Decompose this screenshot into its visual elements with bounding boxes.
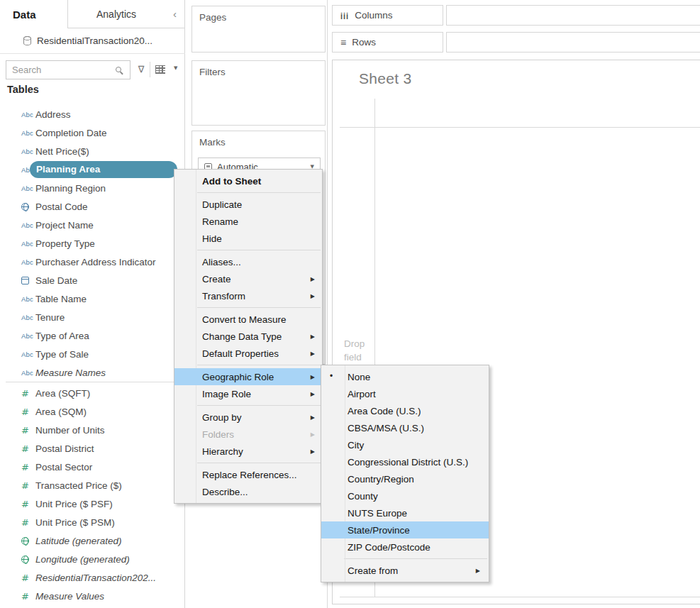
number-type-icon: # [21, 407, 29, 417]
submenu-item-none[interactable]: • None ▶ [321, 368, 489, 385]
datasource-row[interactable]: ResidentialTransaction20... [0, 28, 185, 54]
submenu-item-nuts-europe[interactable]: • NUTS Europe ▶ [321, 504, 489, 521]
submenu-item-area-code-u-s[interactable]: • Area Code (U.S.) ▶ [321, 402, 489, 419]
menu-item-transform[interactable]: • Transform ▶ [174, 287, 322, 304]
field-longitude-generated[interactable]: Longitude (generated) [0, 550, 185, 568]
chevron-down-icon[interactable]: ▼ [174, 65, 177, 71]
menu-item-label: Hide [202, 233, 222, 244]
field-number-of-units[interactable]: # Number of Units [0, 421, 185, 439]
field-type-of-area[interactable]: Abc Type of Area [0, 326, 185, 345]
field-latitude-generated[interactable]: Latitude (generated) [0, 531, 185, 550]
menu-item-add-to-sheet[interactable]: • Add to Sheet ▶ [174, 172, 322, 189]
filters-shelf[interactable]: Filters [191, 60, 326, 126]
submenu-item-congressional-district-u-s[interactable]: • Congressional District (U.S.) ▶ [321, 453, 489, 470]
submenu-arrow-icon: ▶ [311, 293, 315, 299]
menu-item-hierarchy[interactable]: • Hierarchy ▶ [174, 443, 322, 460]
menu-separator [344, 558, 487, 559]
field-measure-values[interactable]: # Measure Values [0, 587, 185, 605]
menu-item-rename[interactable]: • Rename ▶ [174, 213, 322, 230]
submenu-item-zip-code-postcode[interactable]: • ZIP Code/Postcode ▶ [321, 538, 489, 556]
tab-analytics[interactable]: Analytics [68, 0, 165, 28]
field-completion-date[interactable]: Abc Completion Date [0, 123, 185, 142]
field-postal-sector[interactable]: # Postal Sector [0, 458, 185, 476]
submenu-item-city[interactable]: • City ▶ [321, 436, 489, 453]
field-table-name[interactable]: Abc Table Name [0, 289, 185, 308]
tab-data[interactable]: Data [0, 0, 68, 28]
menu-item-label: Transform [202, 291, 245, 302]
field-postal-district[interactable]: # Postal District [0, 439, 185, 458]
submenu-item-create-from[interactable]: • Create from ▶ [321, 562, 489, 579]
text-type-icon: Abc [21, 314, 33, 321]
field-planning-region[interactable]: Abc Planning Region [0, 179, 185, 197]
submenu-item-cbsa-msa-u-s[interactable]: • CBSA/MSA (U.S.) ▶ [321, 419, 489, 436]
menu-item-convert-to-measure[interactable]: • Convert to Measure ▶ [174, 311, 322, 328]
menu-item-label: Create [202, 274, 231, 284]
selected-bullet-icon: • [330, 371, 333, 381]
field-label: Area (SQFT) [35, 388, 90, 399]
field-area-sqft[interactable]: # Area (SQFT) [0, 384, 185, 402]
menu-item-geographic-role[interactable]: • Geographic Role ▶ [174, 368, 322, 385]
submenu-arrow-icon: ▶ [311, 276, 315, 282]
menu-item-aliases[interactable]: • Aliases... ▶ [174, 253, 322, 270]
menu-item-describe[interactable]: • Describe... ▶ [174, 483, 322, 500]
menu-item-hide[interactable]: • Hide ▶ [174, 230, 322, 247]
search-row: ∇ ▼ [0, 60, 185, 81]
field-unit-price-psm[interactable]: # Unit Price ($ PSM) [0, 513, 185, 531]
field-unit-price-psf[interactable]: # Unit Price ($ PSF) [0, 494, 185, 513]
menu-item-label: Describe... [202, 487, 248, 497]
number-type-icon: # [21, 573, 29, 583]
menu-item-label: Add to Sheet [202, 176, 261, 187]
field-transacted-price[interactable]: # Transacted Price ($) [0, 476, 185, 494]
menu-item-change-data-type[interactable]: • Change Data Type ▶ [174, 328, 322, 345]
field-type-icon: Abc [21, 221, 35, 229]
menu-item-duplicate[interactable]: • Duplicate ▶ [174, 196, 322, 213]
menu-item-label: Area Code (U.S.) [348, 406, 421, 416]
field-address[interactable]: Abc Address [0, 105, 185, 123]
field-planning-area[interactable]: Abc Planning Area [0, 160, 185, 179]
field-label: Project Name [35, 220, 94, 231]
field-project-name[interactable]: Abc Project Name [0, 216, 185, 234]
tables-header: Tables [7, 84, 39, 95]
menu-item-label: City [348, 440, 364, 451]
field-tenure[interactable]: Abc Tenure [0, 308, 185, 326]
collapse-pane-icon[interactable]: ‹ [165, 0, 185, 28]
submenu-arrow-icon: ▶ [311, 333, 315, 340]
globe-icon [21, 556, 29, 563]
field-measure-names[interactable]: Abc Measure Names [0, 363, 185, 382]
rows-shelf-label: ≡ Rows [332, 32, 443, 52]
menu-item-default-properties[interactable]: • Default Properties ▶ [174, 345, 322, 362]
submenu-arrow-icon: ▶ [311, 431, 315, 438]
menu-item-create[interactable]: • Create ▶ [174, 270, 322, 287]
field-context-menu: • Add to Sheet ▶ • Duplicate ▶ • Rename … [174, 169, 323, 504]
menu-item-group-by[interactable]: • Group by ▶ [174, 409, 322, 426]
sheet-title: Sheet 3 [359, 70, 412, 87]
menu-item-image-role[interactable]: • Image Role ▶ [174, 385, 322, 402]
submenu-item-country-region[interactable]: • Country/Region ▶ [321, 470, 489, 487]
text-type-icon: Abc [21, 369, 33, 377]
filter-icon[interactable]: ∇ [135, 64, 147, 74]
columns-shelf-drop-area[interactable] [446, 5, 700, 26]
number-type-icon: # [21, 388, 29, 399]
menu-item-replace-references[interactable]: • Replace References... ▶ [174, 466, 322, 483]
field-purchaser-address-indicator[interactable]: Abc Purchaser Address Indicator [0, 253, 185, 271]
field-nett-price[interactable]: Abc Nett Price($) [0, 142, 185, 160]
field-postal-code[interactable]: Postal Code [0, 197, 185, 216]
field-property-type[interactable]: Abc Property Type [0, 234, 185, 253]
field-sale-date[interactable]: Sale Date [0, 271, 185, 289]
pages-shelf[interactable]: Pages [191, 6, 326, 52]
search-input[interactable] [6, 61, 130, 79]
view-options-icon[interactable] [155, 65, 165, 74]
field-type-of-sale[interactable]: Abc Type of Sale [0, 345, 185, 363]
submenu-item-airport[interactable]: • Airport ▶ [321, 385, 489, 402]
field-label: Measure Names [35, 367, 106, 378]
rows-shelf-drop-area[interactable] [446, 32, 700, 52]
field-type-icon: # [21, 591, 35, 602]
menu-separator [197, 405, 321, 406]
menu-item-label: CBSA/MSA (U.S.) [348, 423, 424, 433]
submenu-item-county[interactable]: • County ▶ [321, 487, 489, 504]
field-area-sqm[interactable]: # Area (SQM) [0, 402, 185, 421]
field-label: Unit Price ($ PSF) [35, 499, 113, 509]
field-residentialtransaction202[interactable]: # ResidentialTransaction202... [0, 568, 185, 587]
submenu-item-state-province[interactable]: • State/Province ▶ [321, 521, 489, 538]
menu-item-folders[interactable]: • Folders ▶ [174, 426, 322, 443]
